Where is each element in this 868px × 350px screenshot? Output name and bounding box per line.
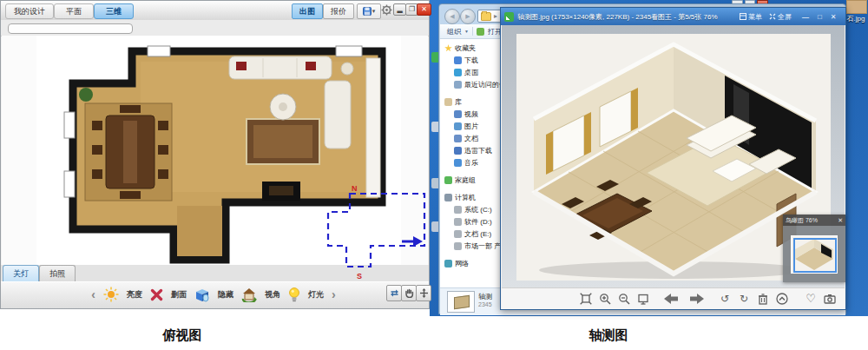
viewer-toolbar: ↺ ↻ ♡ <box>502 287 845 309</box>
tab-plan-2d[interactable]: 平面 <box>54 3 94 19</box>
music-icon <box>454 159 462 167</box>
sidebar-item-network[interactable]: 网络 <box>444 258 469 269</box>
fit-to-window-icon[interactable] <box>576 293 595 305</box>
slideshow-icon[interactable] <box>634 293 653 305</box>
desktop-file-shortcut[interactable]: 石.jpg <box>844 0 868 26</box>
minimize-icon[interactable]: — <box>802 13 809 21</box>
tab-snapshot[interactable]: 拍照 <box>39 265 76 281</box>
viewer-app-logo-icon <box>504 12 514 22</box>
strip-scroll-left-icon[interactable]: ‹ <box>91 287 95 301</box>
video-icon <box>454 110 462 118</box>
tab-lights-off[interactable]: 关灯 <box>3 265 39 281</box>
screenshot-camera-icon[interactable] <box>820 294 839 304</box>
desktop-file-label: 石.jpg <box>844 14 868 23</box>
rotate-left-icon[interactable]: ↺ <box>715 293 734 305</box>
sidebar-item-desktop[interactable]: 桌面 <box>454 67 478 78</box>
selected-file-name: 轴测 <box>478 292 492 301</box>
sidebar-item-pictures[interactable]: 图片 <box>454 121 478 132</box>
quote-button[interactable]: 报价 <box>323 3 354 19</box>
file-thumbnail-icon <box>846 0 867 14</box>
sidebar-item-documents[interactable]: 文档 <box>454 133 478 144</box>
sidebar-item-thunder-downloads[interactable]: 迅雷下载 <box>454 145 492 156</box>
computer-icon <box>444 194 452 201</box>
drive-icon <box>454 218 462 226</box>
delete-face-icon[interactable] <box>150 288 163 301</box>
sidebar-item-libraries[interactable]: 库 <box>444 96 462 108</box>
back-icon[interactable]: ◀ <box>444 9 460 24</box>
close-icon[interactable]: ✕ <box>417 3 431 16</box>
save-button[interactable]: ▾ <box>357 3 381 19</box>
save-dropdown-caret[interactable]: ▾ <box>372 4 376 18</box>
viewer-canvas[interactable]: 鸟瞰图 76% ✕ <box>502 25 845 287</box>
minimap-outline <box>328 194 424 267</box>
viewer-titlebar[interactable]: 轴测图.jpg (1753×1240像素, 227KB) - 2345看图王 -… <box>501 8 845 25</box>
homegroup-icon <box>444 176 452 184</box>
minimap-overlay[interactable]: N S <box>322 183 431 282</box>
delete-image-icon[interactable] <box>753 293 773 305</box>
forward-icon[interactable]: ▶ <box>460 9 476 24</box>
sidebar-item-videos[interactable]: 视频 <box>454 109 478 120</box>
caption-axonometric-view: 轴测图 <box>556 327 661 344</box>
open-app-icon <box>477 28 484 36</box>
download-icon <box>454 56 462 64</box>
zoom-in-icon[interactable] <box>595 293 615 305</box>
view-angle-label[interactable]: 视角 <box>265 289 280 300</box>
sidebar-item-drive-d[interactable]: 软件 (D:) <box>454 216 492 228</box>
tab-3d[interactable]: 三维 <box>94 3 134 19</box>
previous-image-icon[interactable] <box>661 293 681 305</box>
delete-face-label[interactable]: 删面 <box>171 289 187 300</box>
desktop-icon <box>454 69 462 76</box>
rotate-right-icon[interactable]: ↻ <box>734 293 753 305</box>
sidebar-item-recent-places[interactable]: 最近访问的位置 <box>454 79 503 90</box>
lighting-icon[interactable] <box>288 287 300 302</box>
viewer-menu-button[interactable]: 菜单 <box>740 12 762 22</box>
hide-label[interactable]: 隐藏 <box>218 289 233 300</box>
name-input[interactable] <box>8 23 133 34</box>
breadcrumb-chevron-icon: ▸ <box>494 12 497 20</box>
viewer-fullscreen-button[interactable]: 全屏 <box>769 12 792 22</box>
zoom-out-icon[interactable] <box>615 293 634 305</box>
sidebar-item-music[interactable]: 音乐 <box>454 157 478 168</box>
close-icon[interactable]: ✕ <box>831 13 837 21</box>
sidebar-item-market-share[interactable]: 市场一部 产 <box>454 241 501 252</box>
fullscreen-icon <box>769 13 776 20</box>
brightness-label[interactable]: 亮度 <box>127 289 142 300</box>
lighting-label[interactable]: 灯光 <box>308 289 324 300</box>
sidebar-item-homegroup[interactable]: 家庭组 <box>444 175 476 186</box>
star-icon <box>444 44 452 52</box>
export-image-button[interactable]: 出图 <box>292 3 323 19</box>
organize-menu[interactable]: 组织 <box>447 27 461 36</box>
next-image-icon[interactable] <box>687 293 707 305</box>
compass-north-label: N <box>352 184 358 193</box>
sidebar-item-downloads[interactable]: 下载 <box>454 55 478 66</box>
brightness-icon[interactable] <box>103 287 119 302</box>
move-arrows-button[interactable] <box>416 285 431 301</box>
file-preview-thumbnail <box>447 291 475 313</box>
document-icon <box>454 135 462 142</box>
navigator-panel[interactable]: 鸟瞰图 76% ✕ <box>783 215 845 282</box>
sidebar-item-favorites[interactable]: 收藏夹 <box>444 43 476 54</box>
sidebar-item-drive-c[interactable]: 系统 (C:) <box>454 204 492 215</box>
maximize-icon[interactable]: □ <box>818 13 822 21</box>
pan-hand-button[interactable] <box>401 285 417 301</box>
favorite-heart-icon[interactable]: ♡ <box>801 293 820 305</box>
close-icon[interactable]: ✕ <box>838 217 843 224</box>
drive-icon <box>454 206 462 214</box>
thunder-icon <box>454 147 462 155</box>
gear-icon[interactable] <box>381 4 392 16</box>
sidebar-item-drive-e[interactable]: 文档 (E:) <box>454 228 491 240</box>
folder-icon <box>481 12 491 21</box>
strip-scroll-right-icon[interactable]: › <box>332 287 336 301</box>
minimize-icon[interactable]: ▂ <box>393 3 406 16</box>
sidebar-item-computer[interactable]: 计算机 <box>444 192 476 203</box>
image-viewer-window: 轴测图.jpg (1753×1240像素, 227KB) - 2345看图王 -… <box>500 7 846 310</box>
refresh-view-button[interactable] <box>386 285 402 301</box>
tab-my-design[interactable]: 我的设计 <box>5 3 54 19</box>
view-angle-icon[interactable] <box>241 287 257 302</box>
organize-caret-icon: ▼ <box>464 29 469 34</box>
design-app-tabbar: 我的设计 平面 三维 出图 报价 ▾ ▂ ❐ ✕ <box>1 1 429 21</box>
hide-object-icon[interactable] <box>194 287 210 302</box>
navigator-viewport-box[interactable] <box>793 238 837 273</box>
collapse-toolbar-icon[interactable] <box>773 293 792 305</box>
navigator-thumbnail <box>791 235 838 274</box>
